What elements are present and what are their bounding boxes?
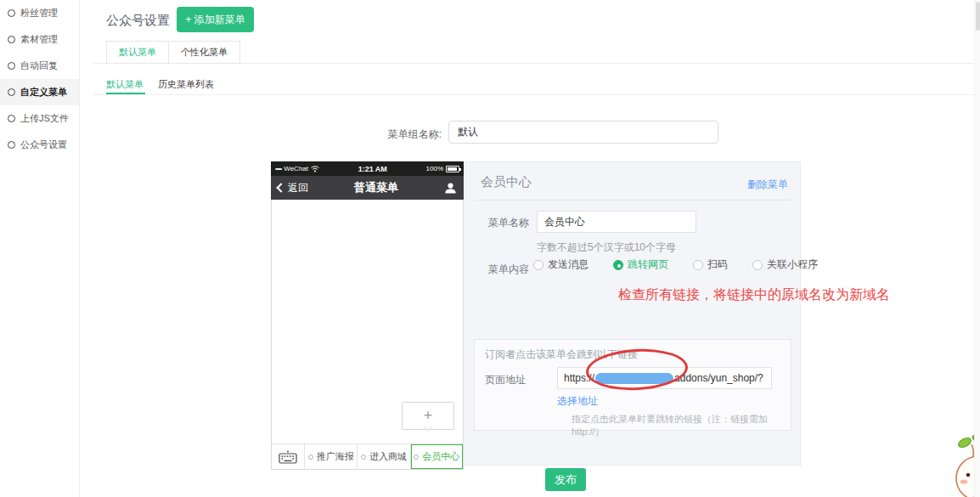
menu-content-options: 发送消息 跳转网页 扫码 关联小程序 — [533, 257, 818, 272]
tab-personalized-menu[interactable]: 个性化菜单 — [168, 42, 239, 63]
wifi-icon — [311, 166, 319, 172]
phone-menu-label: 进入商城 — [369, 450, 407, 463]
choose-address-link[interactable]: 选择地址 — [557, 394, 598, 409]
subtab-history-menu-list[interactable]: 历史菜单列表 — [158, 78, 214, 91]
mascot-radish-widget[interactable] — [934, 424, 980, 497]
radio-label: 扫码 — [707, 257, 728, 272]
radio-icon — [693, 260, 703, 270]
subtab-divider — [93, 94, 980, 95]
radio-ring-icon — [8, 88, 15, 96]
sidebar-item-label: 上传JS文件 — [20, 112, 69, 125]
menu-name-input[interactable] — [537, 211, 696, 233]
page-title: 公众号设置 — [106, 13, 170, 29]
radio-ring-icon — [8, 36, 15, 43]
add-new-menu-button[interactable]: + 添加新菜单 — [177, 7, 254, 32]
radio-ring-icon — [8, 9, 15, 17]
phone-status-bar: ••••• WeChat 1:21 AM 100% — [271, 161, 464, 176]
sidebar-item-custom-menu[interactable]: 自定义菜单 — [0, 79, 79, 105]
radio-mini-program[interactable]: 关联小程序 — [752, 257, 818, 272]
sidebar-item-label: 自定义菜单 — [20, 86, 67, 99]
phone-nav-title: 普通菜单 — [308, 180, 444, 195]
radio-send-message[interactable]: 发送消息 — [533, 257, 589, 272]
publish-button[interactable]: 发布 — [545, 468, 586, 491]
subtab-default-menu[interactable]: 默认菜单 — [106, 78, 144, 91]
scrollbar-thumb[interactable] — [976, 2, 980, 31]
radio-ring-icon — [8, 141, 15, 149]
app-root: 粉丝管理 素材管理 自动回复 自定义菜单 上传JS文件 公众号设置 公众号设置 … — [0, 0, 980, 497]
phone-menu-item-poster[interactable]: 推广海报 — [304, 444, 357, 469]
battery-icon — [446, 166, 459, 172]
delete-menu-link[interactable]: 删除菜单 — [747, 178, 788, 192]
annotation-text: 检查所有链接，将链接中的原域名改为新域名 — [618, 286, 890, 304]
url-hint: 指定点击此菜单时要跳转的链接（注：链接需加http://） — [572, 413, 791, 438]
bullet-circle-icon — [308, 455, 313, 460]
radio-icon — [752, 260, 763, 270]
radio-label: 发送消息 — [548, 257, 589, 272]
radio-label: 关联小程序 — [767, 257, 818, 272]
url-suffix: addons/yun_shop/? — [674, 372, 763, 384]
phone-menu-label: 推广海报 — [317, 450, 354, 463]
menu-group-name-label: 菜单组名称: — [357, 127, 442, 142]
menu-edit-panel: 会员中心 删除菜单 菜单名称 字数不超过5个汉字或10个字母 菜单内容 发送消息… — [465, 161, 801, 466]
keyboard-icon — [279, 450, 297, 464]
phone-menu-item-mall[interactable]: 进入商城 — [357, 444, 409, 469]
bullet-circle-icon — [414, 455, 419, 460]
phone-menu-label: 会员中心 — [422, 450, 459, 463]
sidebar-item-label: 自动回复 — [20, 59, 58, 72]
primary-tabs: 默认菜单 个性化菜单 — [106, 41, 240, 64]
panel-divider — [476, 200, 790, 200]
radio-scan-code[interactable]: 扫码 — [693, 257, 728, 272]
menu-name-hint: 字数不超过5个汉字或10个字母 — [537, 240, 676, 255]
carrier-label: WeChat — [284, 165, 308, 172]
sidebar-item-autoreply[interactable]: 自动回复 — [0, 53, 79, 79]
radio-jump-webpage[interactable]: 跳转网页 — [613, 257, 668, 272]
phone-menu-bar: 推广海报 进入商城 会员中心 — [272, 443, 463, 469]
radio-label: 跳转网页 — [628, 257, 668, 272]
radio-ring-icon — [8, 62, 15, 70]
sidebar-item-label: 粉丝管理 — [20, 7, 58, 20]
radio-icon — [613, 260, 623, 270]
sidebar-item-material[interactable]: 素材管理 — [0, 26, 79, 53]
subtab-active-underline — [106, 93, 145, 94]
page-scrollbar[interactable] — [974, 0, 980, 497]
signal-dots-icon: ••••• — [275, 166, 281, 172]
radio-ring-icon — [8, 115, 15, 122]
tab-default-menu[interactable]: 默认菜单 — [107, 42, 168, 63]
battery-percent-label: 100% — [426, 165, 443, 172]
menu-name-label: 菜单名称 — [488, 216, 529, 230]
add-submenu-button[interactable]: + — [402, 402, 454, 430]
phone-menu-item-member-center[interactable]: 会员中心 — [410, 444, 463, 469]
keyboard-toggle-button[interactable] — [272, 444, 304, 469]
person-icon — [444, 182, 457, 195]
sidebar-item-label: 素材管理 — [20, 33, 58, 46]
sidebar-item-fans[interactable]: 粉丝管理 — [0, 0, 79, 26]
back-button: 返回 — [278, 181, 308, 195]
back-label: 返回 — [288, 181, 308, 195]
bullet-circle-icon — [361, 455, 366, 460]
menu-content-label: 菜单内容 — [488, 263, 529, 277]
sidebar-item-label: 公众号设置 — [20, 138, 67, 151]
page-url-label: 页面地址 — [485, 373, 526, 387]
phone-nav-bar: 返回 普通菜单 — [271, 176, 464, 200]
radio-icon — [533, 260, 544, 270]
sidebar: 粉丝管理 素材管理 自动回复 自定义菜单 上传JS文件 公众号设置 — [0, 0, 80, 497]
phone-canvas: + — [272, 200, 463, 443]
sidebar-item-upload-js[interactable]: 上传JS文件 — [0, 105, 79, 132]
phone-body: + — [271, 200, 464, 470]
clock-label: 1:21 AM — [319, 165, 426, 173]
phone-preview: ••••• WeChat 1:21 AM 100% 返回 普通菜单 — [271, 161, 464, 470]
panel-title: 会员中心 — [481, 174, 532, 190]
sidebar-item-account-settings[interactable]: 公众号设置 — [0, 132, 79, 158]
menu-group-name-input[interactable] — [448, 121, 718, 144]
chevron-left-icon — [276, 183, 285, 192]
